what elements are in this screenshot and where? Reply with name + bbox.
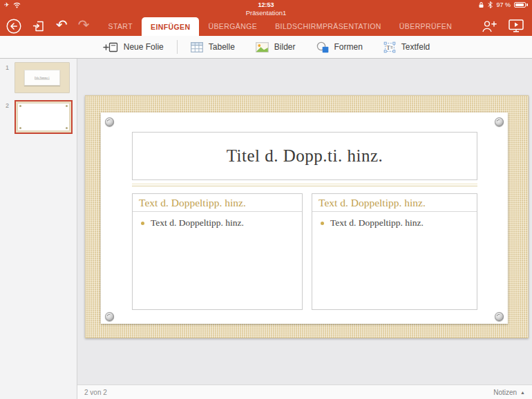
slide-thumbnail-1-text: Folie Nummer 1 <box>35 77 50 79</box>
content-placeholder-right[interactable]: Text d. Doppeltipp. hinz. Text d. Doppel… <box>312 193 477 310</box>
add-person-icon[interactable] <box>481 19 497 33</box>
ribbon-tabs: START EINFÜGEN ÜBERGÄNGE BILDSCHIRMPRÄSE… <box>99 16 462 36</box>
textbox-icon: T <box>383 41 396 53</box>
undo-icon[interactable]: ↶ <box>56 18 68 32</box>
new-slide-icon <box>102 41 118 53</box>
pushpin-icon <box>105 312 114 321</box>
pushpin-icon <box>495 312 504 321</box>
textbox-button[interactable]: T Textfeld <box>373 36 440 58</box>
tab-ueberpruefen[interactable]: ÜBERPRÜFEN <box>390 16 461 36</box>
svg-text:T: T <box>386 43 390 50</box>
slide-thumbnail-row-2: 2 <box>0 100 77 134</box>
redo-icon[interactable]: ↷ <box>78 18 90 32</box>
footer-status-bar: 2 von 2 Notizen ▲ <box>77 385 532 399</box>
slide-thumbnail-row-1: 1 Folie Nummer 1 <box>0 62 77 93</box>
bullet-item: Text d. Doppeltipp. hinz. <box>321 217 470 228</box>
chevron-up-icon: ▲ <box>520 390 525 395</box>
powerpoint-ipad-screen: ✈ 12:53 <box>0 0 532 399</box>
pushpin-icon <box>105 117 114 126</box>
table-label: Tabelle <box>209 42 235 52</box>
new-slide-button[interactable]: Neue Folie <box>92 36 174 58</box>
status-time: 12:53 <box>0 1 532 8</box>
ribbon-right-buttons <box>481 16 532 36</box>
slide-canvas: Titel d. Dopp.ti. hinz. Text d. Doppelti… <box>77 59 532 399</box>
title-placeholder[interactable]: Titel d. Dopp.ti. hinz. <box>132 132 477 180</box>
tab-start[interactable]: START <box>99 16 142 36</box>
ribbon-left-buttons: ↶ ↷ <box>0 16 99 36</box>
workspace: 1 Folie Nummer 1 2 <box>0 59 532 399</box>
save-icon[interactable] <box>32 19 46 33</box>
title-placeholder-text: Titel d. Dopp.ti. hinz. <box>227 146 383 166</box>
content-placeholder-left[interactable]: Text d. Doppeltipp. hinz. Text d. Doppel… <box>132 193 303 310</box>
slide-thumbnail-2-selected[interactable] <box>15 100 73 134</box>
pushpin-icon <box>495 117 504 126</box>
tab-einfuegen[interactable]: EINFÜGEN <box>142 17 199 36</box>
slide-indicator: 2 von 2 <box>84 389 107 396</box>
toolbar-divider <box>177 40 178 54</box>
shapes-button[interactable]: Formen <box>306 36 373 58</box>
ribbon: ✈ 12:53 <box>0 0 532 36</box>
present-icon[interactable] <box>509 19 524 32</box>
insert-toolbar: Neue Folie Tabelle Bilder <box>0 36 532 59</box>
tab-bildschirmpraesentation[interactable]: BILDSCHIRMPRÄSENTATION <box>266 16 390 36</box>
slide-editing-area[interactable]: Titel d. Dopp.ti. hinz. Text d. Doppelti… <box>85 95 529 338</box>
table-button[interactable]: Tabelle <box>180 36 245 58</box>
slide-thumbnail-1-card: Folie Nummer 1 <box>24 70 60 86</box>
shapes-icon <box>316 41 329 53</box>
shapes-label: Formen <box>334 42 363 52</box>
content-heading-left: Text d. Doppeltipp. hinz. <box>133 194 302 212</box>
battery-icon <box>514 2 526 8</box>
table-icon <box>191 42 203 52</box>
notes-label: Notizen <box>493 389 517 396</box>
bullet-item: Text d. Doppeltipp. hinz. <box>141 217 295 228</box>
textbox-label: Textfeld <box>401 42 430 52</box>
slide-number-2: 2 <box>0 100 15 109</box>
slide-thumbnail-panel: 1 Folie Nummer 1 2 <box>0 59 77 399</box>
tab-uebergaenge[interactable]: ÜBERGÄNGE <box>199 16 266 36</box>
slide-thumbnail-1[interactable]: Folie Nummer 1 <box>15 62 70 93</box>
title-divider-line <box>132 184 477 186</box>
status-bar: ✈ 12:53 <box>0 0 532 9</box>
back-icon[interactable] <box>6 19 21 34</box>
bullet-text-left: Text d. Doppeltipp. hinz. <box>151 217 244 228</box>
images-icon <box>256 42 269 52</box>
slide-paper: Titel d. Dopp.ti. hinz. Text d. Doppelti… <box>101 113 508 324</box>
slide-thumbnail-2-paper <box>18 104 69 130</box>
new-slide-label: Neue Folie <box>124 42 164 52</box>
content-heading-right: Text d. Doppeltipp. hinz. <box>312 194 477 212</box>
bullet-text-right: Text d. Doppeltipp. hinz. <box>330 217 424 228</box>
images-label: Bilder <box>274 42 296 52</box>
notes-toggle[interactable]: Notizen ▲ <box>493 389 525 396</box>
ribbon-nav-row: ↶ ↷ START EINFÜGEN ÜBERGÄNGE BILDSCHIRMP… <box>0 16 532 36</box>
images-button[interactable]: Bilder <box>245 36 306 58</box>
slide-number-1: 1 <box>0 62 15 71</box>
bullet-icon <box>141 222 144 225</box>
bullet-icon <box>321 222 324 225</box>
